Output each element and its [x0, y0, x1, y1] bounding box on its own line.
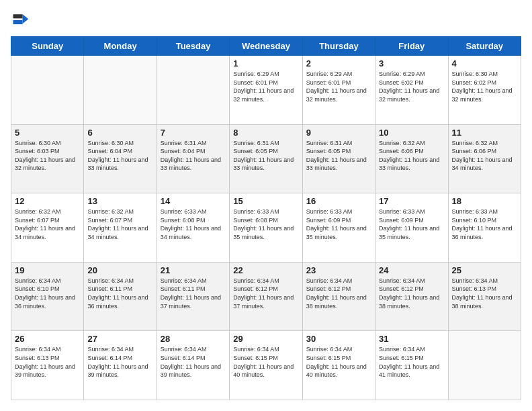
calendar-header-row: SundayMondayTuesdayWednesdayThursdayFrid…: [11, 37, 521, 56]
logo-icon: [11, 11, 30, 30]
day-info: Sunrise: 6:33 AMSunset: 6:09 PMDaylight:…: [379, 208, 444, 241]
calendar-day-cell: 29Sunrise: 6:34 AMSunset: 6:15 PMDayligh…: [230, 331, 302, 400]
calendar-day-cell: 12Sunrise: 6:32 AMSunset: 6:07 PMDayligh…: [11, 193, 84, 263]
day-number: 22: [233, 265, 298, 275]
day-header-tuesday: Tuesday: [157, 37, 229, 56]
calendar-day-cell: 14Sunrise: 6:33 AMSunset: 6:08 PMDayligh…: [157, 193, 229, 263]
calendar-day-cell: 23Sunrise: 6:34 AMSunset: 6:12 PMDayligh…: [302, 262, 375, 331]
calendar-day-cell: 19Sunrise: 6:34 AMSunset: 6:10 PMDayligh…: [11, 262, 84, 331]
day-number: 12: [15, 196, 80, 206]
calendar-day-cell: 22Sunrise: 6:34 AMSunset: 6:12 PMDayligh…: [230, 262, 302, 331]
day-number: 24: [379, 265, 444, 275]
calendar-day-cell: 9Sunrise: 6:31 AMSunset: 6:05 PMDaylight…: [302, 124, 375, 193]
day-number: 16: [306, 196, 371, 206]
day-number: 4: [452, 58, 517, 68]
day-number: 19: [15, 265, 80, 275]
calendar-day-cell: 17Sunrise: 6:33 AMSunset: 6:09 PMDayligh…: [375, 193, 448, 263]
day-info: Sunrise: 6:34 AMSunset: 6:13 PMDaylight:…: [452, 277, 517, 310]
day-number: 31: [379, 334, 444, 344]
day-info: Sunrise: 6:33 AMSunset: 6:08 PMDaylight:…: [233, 208, 298, 241]
day-info: Sunrise: 6:34 AMSunset: 6:12 PMDaylight:…: [379, 277, 444, 310]
calendar-day-cell: [11, 56, 84, 125]
day-header-thursday: Thursday: [302, 37, 375, 56]
calendar-day-cell: 21Sunrise: 6:34 AMSunset: 6:11 PMDayligh…: [157, 262, 229, 331]
day-number: 6: [87, 128, 152, 138]
calendar-week-row: 1Sunrise: 6:29 AMSunset: 6:01 PMDaylight…: [11, 56, 521, 125]
day-number: 10: [379, 128, 444, 138]
day-header-monday: Monday: [84, 37, 157, 56]
day-info: Sunrise: 6:34 AMSunset: 6:15 PMDaylight:…: [379, 345, 444, 379]
day-number: 2: [306, 58, 371, 68]
calendar-day-cell: 27Sunrise: 6:34 AMSunset: 6:14 PMDayligh…: [84, 331, 157, 400]
day-header-sunday: Sunday: [11, 37, 84, 56]
calendar-day-cell: 15Sunrise: 6:33 AMSunset: 6:08 PMDayligh…: [230, 193, 302, 263]
calendar-day-cell: [84, 56, 157, 125]
day-number: 20: [87, 265, 152, 275]
calendar-day-cell: 18Sunrise: 6:33 AMSunset: 6:10 PMDayligh…: [448, 193, 521, 263]
page: SundayMondayTuesdayWednesdayThursdayFrid…: [0, 0, 532, 411]
svg-rect-1: [13, 14, 23, 18]
day-number: 14: [161, 196, 226, 206]
calendar-day-cell: 20Sunrise: 6:34 AMSunset: 6:11 PMDayligh…: [84, 262, 157, 331]
day-number: 5: [15, 128, 80, 138]
day-number: 21: [161, 265, 226, 275]
day-number: 8: [233, 128, 298, 138]
day-info: Sunrise: 6:33 AMSunset: 6:10 PMDaylight:…: [452, 208, 517, 241]
day-info: Sunrise: 6:34 AMSunset: 6:13 PMDaylight:…: [15, 345, 80, 379]
calendar-day-cell: 8Sunrise: 6:31 AMSunset: 6:05 PMDaylight…: [230, 124, 302, 193]
day-info: Sunrise: 6:34 AMSunset: 6:14 PMDaylight:…: [87, 345, 152, 379]
day-info: Sunrise: 6:34 AMSunset: 6:15 PMDaylight:…: [306, 345, 371, 379]
calendar-day-cell: 31Sunrise: 6:34 AMSunset: 6:15 PMDayligh…: [375, 331, 448, 400]
day-info: Sunrise: 6:30 AMSunset: 6:02 PMDaylight:…: [452, 70, 517, 103]
day-info: Sunrise: 6:34 AMSunset: 6:12 PMDaylight:…: [306, 277, 371, 310]
day-header-friday: Friday: [375, 37, 448, 56]
day-info: Sunrise: 6:34 AMSunset: 6:15 PMDaylight:…: [233, 345, 298, 379]
day-info: Sunrise: 6:29 AMSunset: 6:01 PMDaylight:…: [233, 70, 298, 103]
day-info: Sunrise: 6:34 AMSunset: 6:12 PMDaylight:…: [233, 277, 298, 310]
day-info: Sunrise: 6:29 AMSunset: 6:01 PMDaylight:…: [306, 70, 371, 103]
day-number: 17: [379, 196, 444, 206]
day-number: 9: [306, 128, 371, 138]
day-number: 11: [452, 128, 517, 138]
calendar-day-cell: 10Sunrise: 6:32 AMSunset: 6:06 PMDayligh…: [375, 124, 448, 193]
day-info: Sunrise: 6:29 AMSunset: 6:02 PMDaylight:…: [379, 70, 444, 103]
day-number: 29: [233, 334, 298, 344]
header: [11, 11, 521, 30]
calendar-day-cell: 11Sunrise: 6:32 AMSunset: 6:06 PMDayligh…: [448, 124, 521, 193]
day-number: 7: [161, 128, 226, 138]
calendar-week-row: 19Sunrise: 6:34 AMSunset: 6:10 PMDayligh…: [11, 262, 521, 331]
day-info: Sunrise: 6:30 AMSunset: 6:04 PMDaylight:…: [87, 139, 152, 173]
calendar-day-cell: 5Sunrise: 6:30 AMSunset: 6:03 PMDaylight…: [11, 124, 84, 193]
day-info: Sunrise: 6:32 AMSunset: 6:07 PMDaylight:…: [87, 208, 152, 241]
day-info: Sunrise: 6:34 AMSunset: 6:10 PMDaylight:…: [15, 277, 80, 310]
day-number: 13: [87, 196, 152, 206]
svg-rect-2: [13, 20, 23, 24]
day-header-saturday: Saturday: [448, 37, 521, 56]
day-header-wednesday: Wednesday: [230, 37, 302, 56]
day-info: Sunrise: 6:30 AMSunset: 6:03 PMDaylight:…: [15, 139, 80, 173]
day-info: Sunrise: 6:32 AMSunset: 6:07 PMDaylight:…: [15, 208, 80, 241]
day-number: 30: [306, 334, 371, 344]
day-info: Sunrise: 6:31 AMSunset: 6:05 PMDaylight:…: [306, 139, 371, 173]
calendar-day-cell: 25Sunrise: 6:34 AMSunset: 6:13 PMDayligh…: [448, 262, 521, 331]
day-number: 27: [87, 334, 152, 344]
calendar-week-row: 26Sunrise: 6:34 AMSunset: 6:13 PMDayligh…: [11, 331, 521, 400]
calendar-day-cell: 24Sunrise: 6:34 AMSunset: 6:12 PMDayligh…: [375, 262, 448, 331]
day-info: Sunrise: 6:32 AMSunset: 6:06 PMDaylight:…: [379, 139, 444, 173]
calendar-day-cell: 26Sunrise: 6:34 AMSunset: 6:13 PMDayligh…: [11, 331, 84, 400]
calendar: SundayMondayTuesdayWednesdayThursdayFrid…: [11, 36, 521, 400]
calendar-week-row: 12Sunrise: 6:32 AMSunset: 6:07 PMDayligh…: [11, 193, 521, 263]
day-number: 15: [233, 196, 298, 206]
calendar-day-cell: 3Sunrise: 6:29 AMSunset: 6:02 PMDaylight…: [375, 56, 448, 125]
day-number: 3: [379, 58, 444, 68]
day-number: 26: [15, 334, 80, 344]
day-number: 1: [233, 58, 298, 68]
day-number: 23: [306, 265, 371, 275]
logo: [11, 11, 32, 30]
calendar-day-cell: [448, 331, 521, 400]
calendar-week-row: 5Sunrise: 6:30 AMSunset: 6:03 PMDaylight…: [11, 124, 521, 193]
calendar-day-cell: 16Sunrise: 6:33 AMSunset: 6:09 PMDayligh…: [302, 193, 375, 263]
day-info: Sunrise: 6:34 AMSunset: 6:11 PMDaylight:…: [87, 277, 152, 310]
day-info: Sunrise: 6:32 AMSunset: 6:06 PMDaylight:…: [452, 139, 517, 173]
calendar-day-cell: 6Sunrise: 6:30 AMSunset: 6:04 PMDaylight…: [84, 124, 157, 193]
